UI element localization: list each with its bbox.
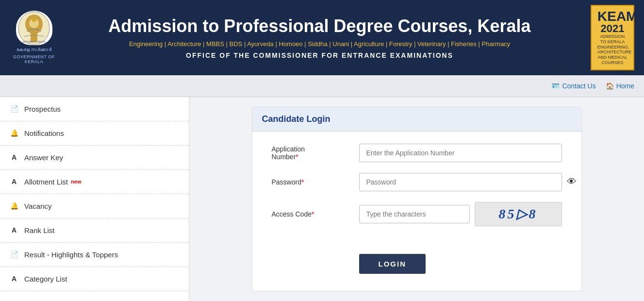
required-marker2: * [301, 178, 304, 186]
access-code-label: Access Code* [272, 210, 359, 218]
svg-point-4 [32, 17, 36, 22]
login-button-row: LOGIN [252, 254, 581, 274]
access-code-row: Access Code* 85▷8 [272, 202, 562, 226]
sidebar-item-answer-key[interactable]: A Answer Key [0, 146, 189, 170]
keam-year: 2021 [597, 23, 627, 34]
notifications-label: Notifications [24, 129, 64, 137]
sidebar-item-result-highlights[interactable]: 📄 Result - Highlights & Toppers [0, 243, 189, 267]
new-badge: new [71, 179, 81, 184]
required-marker3: * [312, 210, 314, 218]
access-code-input[interactable] [359, 205, 470, 223]
password-wrapper: 👁 [359, 173, 562, 191]
login-form: Application Number* Password* 👁 [252, 132, 581, 249]
category-list-icon: A [10, 275, 18, 283]
header-text-block: Admission to Professional Degree Courses… [58, 16, 581, 59]
access-code-wrapper: 85▷8 [359, 202, 562, 226]
contact-us-label: Contact Us [562, 82, 595, 90]
vacancy-label: Vacancy [24, 202, 51, 210]
required-marker: * [296, 153, 298, 161]
main-container: 📄 Prospectus 🔔 Notifications A Answer Ke… [0, 97, 644, 301]
vacancy-icon: 🔔 [10, 202, 18, 210]
govt-label: കേരള സർക്കാർ [17, 47, 52, 52]
sidebar-item-prospectus[interactable]: 📄 Prospectus [0, 97, 189, 121]
login-card: Candidate Login Application Number* Pass… [252, 107, 582, 291]
password-input[interactable] [359, 173, 562, 191]
captcha-image: 85▷8 [475, 202, 562, 226]
rank-list-icon: A [10, 226, 18, 234]
answer-key-icon: A [10, 153, 18, 161]
login-card-header: Candidate Login [252, 107, 581, 132]
sidebar-item-vacancy[interactable]: 🔔 Vacancy [0, 194, 189, 218]
svg-text:SATYAMEVA JAYATE: SATYAMEVA JAYATE [22, 40, 46, 43]
sidebar-item-notifications[interactable]: 🔔 Notifications [0, 121, 189, 146]
sidebar-item-allotment-list[interactable]: A Allotment List new [0, 170, 189, 194]
top-navbar: 🪪 Contact Us 🏠 Home [0, 75, 644, 97]
sidebar-item-category-list[interactable]: A Category List [0, 267, 189, 291]
login-button[interactable]: LOGIN [359, 254, 426, 274]
keam-badge: KEAM 2021 ADMISSION TO KERALA ENGINEERIN… [591, 5, 634, 70]
application-number-input[interactable] [359, 144, 562, 162]
office-name: OFFICE OF THE COMMISSIONER FOR ENTRANCE … [58, 51, 581, 59]
page-title: Admission to Professional Degree Courses… [58, 16, 581, 36]
sidebar: 📄 Prospectus 🔔 Notifications A Answer Ke… [0, 97, 189, 301]
login-card-title: Candidate Login [262, 114, 330, 124]
govt-label-en: GOVERNMENT OF KERALA [10, 54, 58, 64]
keam-sub: ADMISSION TO KERALA ENGINEERING, ARCHITE… [597, 34, 627, 66]
notifications-icon: 🔔 [10, 129, 18, 137]
password-row: Password* 👁 [272, 173, 562, 191]
home-link[interactable]: 🏠 Home [606, 82, 634, 90]
kerala-logo: SATYAMEVA JAYATE കേരള സർക്കാർ GOVERNMENT… [10, 11, 58, 64]
allotment-list-icon: A [10, 178, 18, 185]
content-area: Candidate Login Application Number* Pass… [189, 97, 644, 301]
app-number-label: Application Number* [272, 145, 359, 161]
answer-key-label: Answer Key [24, 153, 63, 162]
home-label: Home [616, 82, 634, 90]
rank-list-label: Rank List [24, 226, 55, 234]
sidebar-item-rank-list[interactable]: A Rank List [0, 218, 189, 243]
home-icon: 🏠 [606, 82, 614, 90]
emblem: SATYAMEVA JAYATE [16, 11, 52, 45]
category-list-label: Category List [24, 275, 67, 283]
allotment-list-label: Allotment List [24, 178, 68, 186]
site-header: SATYAMEVA JAYATE കേരള സർക്കാർ GOVERNMENT… [0, 0, 644, 75]
course-list: Engineering | Architecture | MBBS | BDS … [58, 40, 581, 48]
prospectus-icon: 📄 [10, 105, 18, 113]
contact-us-link[interactable]: 🪪 Contact Us [551, 82, 595, 90]
show-password-icon[interactable]: 👁 [567, 176, 577, 187]
contact-icon: 🪪 [551, 82, 560, 90]
keam-label: KEAM [597, 10, 627, 23]
password-label: Password* [272, 178, 359, 186]
result-highlights-label: Result - Highlights & Toppers [24, 251, 118, 259]
prospectus-label: Prospectus [24, 105, 61, 113]
application-number-row: Application Number* [272, 144, 562, 162]
result-highlights-icon: 📄 [10, 251, 18, 258]
